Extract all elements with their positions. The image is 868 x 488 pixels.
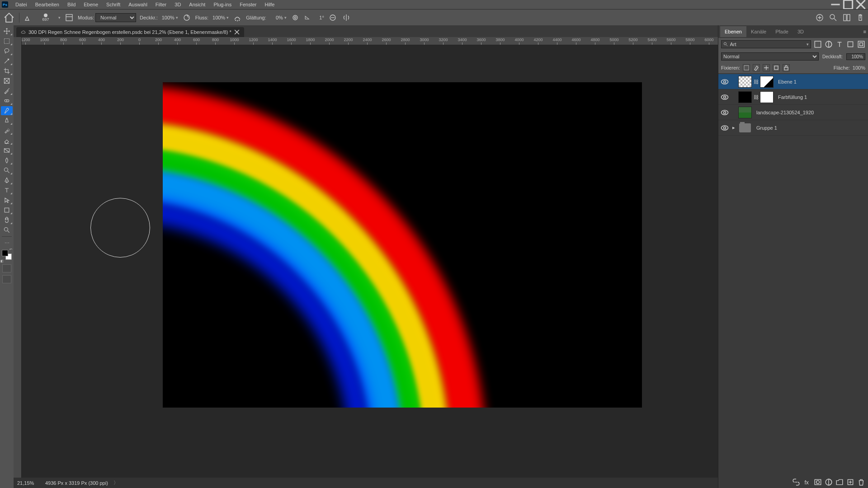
layer-mask-button[interactable] <box>814 478 822 486</box>
marquee-tool[interactable] <box>1 37 13 46</box>
pressure-opacity-toggle[interactable] <box>182 13 192 23</box>
airbrush-toggle[interactable] <box>232 13 242 23</box>
magic-wand-tool[interactable] <box>1 56 13 66</box>
pen-tool[interactable] <box>1 176 13 185</box>
menu-select[interactable]: Auswahl <box>125 0 151 9</box>
window-minimize-button[interactable] <box>830 1 841 8</box>
layer-name[interactable]: Farbfüllung 1 <box>778 94 807 100</box>
clone-stamp-tool[interactable] <box>1 116 13 125</box>
eyedropper-tool[interactable] <box>1 86 13 95</box>
blur-tool[interactable] <box>1 156 13 165</box>
foreground-color-swatch[interactable] <box>2 250 8 256</box>
brush-tool[interactable] <box>1 106 13 115</box>
close-tab-button[interactable] <box>234 29 240 35</box>
layer-visibility-toggle[interactable] <box>720 108 729 117</box>
gradient-tool[interactable] <box>1 146 13 155</box>
menu-filter[interactable]: Filter <box>152 0 170 9</box>
filter-smart-icon[interactable] <box>857 40 865 48</box>
move-tool[interactable] <box>1 27 13 36</box>
pressure-size-toggle[interactable] <box>328 13 338 23</box>
lock-all-icon[interactable] <box>783 64 790 71</box>
layer-style-button[interactable]: fx <box>803 478 811 486</box>
mask-link-icon[interactable]: ⛓ <box>754 94 758 100</box>
menu-plugins[interactable]: Plug-ins <box>210 0 235 9</box>
layer-thumbnail[interactable] <box>738 76 752 88</box>
tool-preset-picker[interactable] <box>23 13 33 23</box>
angle-input[interactable] <box>312 15 324 20</box>
filter-shape-icon[interactable] <box>846 40 854 48</box>
quick-mask-toggle[interactable] <box>2 264 11 272</box>
workspace-switcher[interactable] <box>842 13 852 23</box>
group-layers-button[interactable] <box>835 478 844 486</box>
menu-3d[interactable]: 3D <box>171 0 184 9</box>
smoothing-input[interactable] <box>268 15 283 20</box>
blend-mode-select[interactable]: Normal <box>95 13 136 22</box>
layer-name[interactable]: Gruppe 1 <box>756 125 777 131</box>
history-brush-tool[interactable] <box>1 126 13 135</box>
menu-edit[interactable]: Bearbeiten <box>32 0 63 9</box>
share-button[interactable] <box>855 13 865 23</box>
flow-input[interactable] <box>210 15 225 20</box>
search-icon[interactable] <box>828 13 838 23</box>
layer-mask-thumbnail[interactable] <box>760 76 774 88</box>
document-tab[interactable]: 300 DPI Regen Schnee Regenbogen erstelle… <box>16 27 244 37</box>
cloud-docs-icon[interactable] <box>815 13 825 23</box>
opacity-input[interactable] <box>159 15 175 20</box>
layer-row[interactable]: ⛓ Ebene 1 <box>718 74 868 89</box>
group-thumbnail[interactable] <box>738 122 752 134</box>
zoom-level-input[interactable] <box>17 480 40 486</box>
swap-colors-icon[interactable]: ⤺ <box>9 247 13 251</box>
crop-tool[interactable] <box>1 66 13 75</box>
status-menu-button[interactable]: 〉 <box>113 479 118 486</box>
layer-fill-value[interactable]: 100% <box>853 65 865 70</box>
lock-artboard-icon[interactable] <box>773 64 780 71</box>
window-close-button[interactable] <box>855 1 866 8</box>
layer-name[interactable]: landscape-2130524_1920 <box>756 110 814 115</box>
tab-3d[interactable]: 3D <box>793 26 808 37</box>
lock-pixels-icon[interactable] <box>753 64 760 71</box>
menu-view[interactable]: Ansicht <box>185 0 209 9</box>
hand-tool[interactable] <box>1 216 13 225</box>
vertical-ruler[interactable] <box>14 45 22 478</box>
lasso-tool[interactable] <box>1 47 13 56</box>
mask-link-icon[interactable]: ⛓ <box>754 79 758 84</box>
layer-filter-type[interactable]: ▾ <box>721 40 811 48</box>
layer-thumbnail[interactable] <box>738 91 752 103</box>
shape-tool[interactable] <box>1 206 13 215</box>
filter-pixel-icon[interactable] <box>814 40 822 48</box>
expand-group-button[interactable]: ▸ <box>731 123 736 132</box>
filter-adjustment-icon[interactable] <box>825 40 833 48</box>
layer-row[interactable]: landscape-2130524_1920 <box>718 105 868 120</box>
adjustment-layer-button[interactable] <box>825 478 833 486</box>
menu-help[interactable]: Hilfe <box>261 0 278 9</box>
menu-layer[interactable]: Ebene <box>80 0 102 9</box>
dodge-tool[interactable] <box>1 166 13 175</box>
tab-channels[interactable]: Kanäle <box>746 26 771 37</box>
layer-thumbnail[interactable] <box>738 107 752 118</box>
layer-row[interactable]: ▸ Gruppe 1 <box>718 120 868 136</box>
screen-mode-toggle[interactable] <box>2 275 11 283</box>
color-swatches[interactable]: ⤺ ◧ <box>2 250 12 260</box>
chevron-down-icon[interactable]: ▾ <box>176 15 178 20</box>
zoom-tool[interactable] <box>1 225 13 235</box>
frame-tool[interactable] <box>1 76 13 85</box>
tab-layers[interactable]: Ebenen <box>720 26 746 37</box>
menu-type[interactable]: Schrift <box>103 0 124 9</box>
chevron-down-icon[interactable]: ▾ <box>226 15 229 20</box>
menu-window[interactable]: Fenster <box>236 0 260 9</box>
symmetry-options[interactable] <box>341 13 351 23</box>
chevron-down-icon[interactable]: ▾ <box>58 15 61 20</box>
delete-layer-button[interactable] <box>857 478 865 486</box>
filter-type-icon[interactable] <box>835 40 844 48</box>
healing-brush-tool[interactable] <box>1 96 13 105</box>
layer-blend-mode-select[interactable]: Normal <box>721 52 819 61</box>
panel-menu-button[interactable]: ≡ <box>863 29 866 34</box>
new-layer-button[interactable] <box>846 478 854 486</box>
layer-visibility-toggle[interactable] <box>720 93 729 102</box>
horizontal-ruler[interactable]: 1200100080060040020002004006008001000120… <box>14 37 718 45</box>
layer-visibility-toggle[interactable] <box>720 77 729 86</box>
brush-preset-picker[interactable]: 697 <box>37 14 55 22</box>
window-maximize-button[interactable] <box>843 1 854 8</box>
layer-visibility-toggle[interactable] <box>720 123 729 132</box>
eraser-tool[interactable] <box>1 136 13 145</box>
